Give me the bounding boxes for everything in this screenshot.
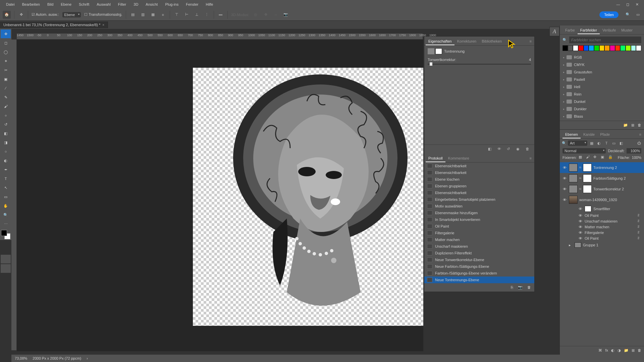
visibility-toggle-icon[interactable]: 👁 [562,176,567,180]
swatch-folder[interactable]: ▸Blass [560,113,644,120]
type-tool[interactable]: T [1,174,11,183]
new-swatch-icon[interactable]: ⊞ [631,123,634,127]
swatch[interactable] [578,45,584,51]
history-item[interactable]: Ebenensichtbarkeit [424,189,534,196]
layer-group[interactable]: ▸Gruppe 1 [560,241,644,249]
history-item[interactable]: Matter machen [424,236,534,243]
swatch[interactable] [562,45,568,51]
menu-hilfe[interactable]: Hilfe [202,1,216,8]
minimize-icon[interactable]: — [616,2,621,7]
lock-pixels-icon[interactable]: 🖌 [586,155,591,160]
zoom-tool[interactable]: 🔍 [1,210,11,219]
smartfilter-header[interactable]: 👁Smartfilter [560,205,644,213]
history-item[interactable]: Motiv auswählen [424,203,534,209]
visibility-toggle-icon[interactable]: 👁 [578,214,583,218]
magic-wand-tool[interactable]: ✶ [1,57,11,65]
crop-tool[interactable]: ✂ [1,66,11,74]
swatch-folder[interactable]: ▸Dunkler [560,105,644,113]
align-bottom-icon[interactable]: ⊥ [194,11,200,18]
menu-filter[interactable]: Filter [115,1,129,8]
tab-close-icon[interactable]: × [102,23,104,27]
frame-tool[interactable]: ▣ [1,75,11,83]
filter-toggle-icon[interactable]: ⏻ [636,140,642,146]
eraser-tool[interactable]: ◧ [1,129,11,138]
swatch-folder[interactable]: ▸CMYK [560,61,644,68]
swatch[interactable] [626,45,631,51]
layer-row[interactable]: 👁⧉Tontrennung 2 [560,162,644,173]
tab-verlaeufe[interactable]: Verläufe [600,27,619,34]
close-icon[interactable]: ✕ [635,2,639,7]
delete-state-icon[interactable]: 🗑 [527,285,531,290]
collapsed-panel-icon-2[interactable] [1,264,11,273]
snapshot-icon[interactable]: 📷 [518,285,523,290]
character-panel-collapsed-icon[interactable]: A [549,27,559,36]
transform-controls-checkbox[interactable]: ☐ Transformationsstrg. [84,12,122,17]
filter-adjust-icon[interactable]: ◐ [596,140,602,146]
link-layers-icon[interactable]: ⌘ [598,348,602,353]
gradient-tool[interactable]: ◨ [1,138,11,147]
auto-select-checkbox[interactable]: ☑ Autom. ausw.: [32,12,59,17]
visibility-toggle-icon[interactable]: 👁 [578,236,583,240]
tab-korrekturen[interactable]: Korrekturen [454,38,479,45]
status-docsize[interactable]: 2000 Px x 2000 Px (72 ppcm) [33,356,81,360]
history-panel-menu-icon[interactable]: ≡ [528,155,533,162]
menu-schrift[interactable]: Schrift [75,1,93,8]
layer-name[interactable]: Tonwertkorrektur 2 [593,187,642,191]
history-item[interactable]: Neue Tontrennungs-Ebene [424,277,534,283]
swatch[interactable] [573,45,578,51]
swatch-search-input[interactable] [569,37,641,43]
swatch[interactable] [610,45,615,51]
home-icon[interactable]: 🏠 [3,11,11,19]
history-item[interactable]: Ebene löschen [424,176,534,183]
layer-filter-search-icon[interactable]: 🔍 [562,141,567,145]
adjustment-layer-icon[interactable]: ◑ [618,348,621,353]
history-item[interactable]: Ebenen gruppieren [424,183,534,189]
menu-fenster[interactable]: Fenster [182,1,202,8]
path-select-tool[interactable]: ↖ [1,183,11,192]
visibility-toggle-icon[interactable]: 👁 [562,198,567,202]
layer-name[interactable]: woman-1439909_1920 [579,198,642,202]
document-tab[interactable]: Unbenannt-1 bei 73,1% (Tontrennung 2, Eb… [0,21,108,28]
smart-filter-item[interactable]: 👁Unscharf maskieren⥯ [560,218,644,224]
filter-type-icon[interactable]: T [603,140,609,146]
history-item[interactable]: Ebenensichtbarkeit [424,163,534,169]
history-item[interactable]: Farbton-/Sättigungs-Ebene verändern [424,270,534,277]
menu-bild[interactable]: Bild [44,1,57,8]
swatch[interactable] [604,45,610,51]
align-center-v-icon[interactable]: ⊢ [183,11,190,18]
view-previous-icon[interactable]: 👁 [497,147,503,152]
swatch[interactable] [599,45,605,51]
layer-row[interactable]: 👁woman-1439909_1920 [560,194,644,205]
swatch-folder[interactable]: ▸Graustufen [560,68,644,76]
filter-mask-thumb[interactable] [585,206,591,212]
filter-pixel-icon[interactable]: ▦ [589,140,595,146]
tab-bibliotheken[interactable]: Bibliotheken [479,38,504,45]
history-item[interactable]: Oil Paint [424,223,534,230]
panel-menu-icon[interactable]: ≡ [528,38,533,45]
layers-panel-menu-icon[interactable]: ≡ [638,131,643,138]
blend-mode-dropdown[interactable]: Normal [562,148,606,154]
create-document-from-state-icon[interactable]: ⎘ [511,285,513,290]
group-icon[interactable]: 📁 [624,348,629,353]
history-item[interactable]: In Smartobjekt konvertieren [424,216,534,223]
layer-style-icon[interactable]: fx [605,348,608,353]
history-item[interactable]: Duplizieren Filtereffekt [424,250,534,256]
tab-eigenschaften[interactable]: Eigenschaften [426,38,454,45]
lock-transparent-icon[interactable]: ▩ [579,155,584,160]
swatch[interactable] [589,45,594,51]
history-brush-tool[interactable]: ↺ [1,120,11,129]
move-tool[interactable]: ✥ [1,29,11,38]
filter-blend-options-icon[interactable]: ⥯ [637,219,642,223]
menu-3d[interactable]: 3D [130,1,142,8]
delete-swatch-icon[interactable]: 🗑 [638,123,641,127]
align-left-icon[interactable]: ▤ [129,11,136,18]
distribute-v-icon[interactable]: ⋮ [204,11,210,18]
filter-smart-icon[interactable]: ◧ [618,140,624,146]
canvas[interactable] [17,40,423,351]
layer-mask-icon[interactable]: ◐ [611,348,614,353]
reset-icon[interactable]: ↺ [507,147,512,152]
visibility-toggle-icon[interactable]: 👁 [562,187,567,191]
align-top-icon[interactable]: ⊤ [173,11,180,18]
history-item[interactable]: Unscharf maskieren [424,243,534,250]
workspace-icon[interactable]: ▭ [635,11,641,18]
